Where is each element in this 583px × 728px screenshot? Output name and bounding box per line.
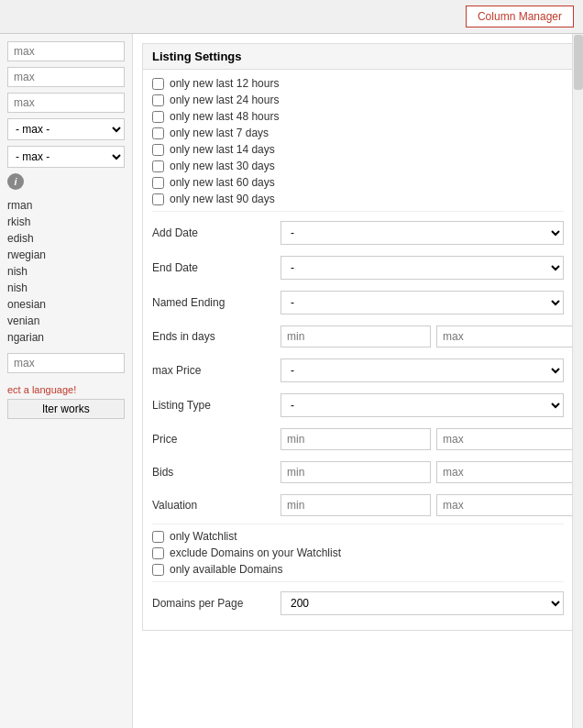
divider-3 — [152, 581, 564, 582]
exclude-watchlist-label[interactable]: exclude Domains on your Watchlist — [170, 546, 341, 559]
only-watchlist-label[interactable]: only Watchlist — [170, 530, 237, 543]
checkbox-row-24h: only new last 24 hours — [152, 94, 564, 106]
ends-in-days-inputs — [280, 325, 583, 347]
divider — [152, 211, 564, 212]
scrollbar-thumb[interactable] — [574, 35, 583, 90]
domains-per-page-row: Domains per Page 200 50 100 500 — [152, 588, 564, 615]
ends-in-days-row: Ends in days — [152, 322, 564, 347]
language-search-input[interactable] — [7, 353, 125, 373]
checkbox-label-12h[interactable]: only new last 12 hours — [170, 77, 279, 90]
add-date-control: - — [280, 221, 564, 245]
max-price-row: max Price - — [152, 355, 564, 382]
price-max-input[interactable] — [436, 428, 583, 450]
ends-in-days-min-input[interactable] — [280, 325, 431, 347]
checkbox-48h[interactable] — [152, 111, 164, 123]
list-item: nish — [7, 263, 125, 280]
max-price-select[interactable]: - — [280, 358, 564, 382]
listing-settings-panel: Listing Settings only new last 12 hours … — [142, 43, 574, 631]
checkbox-label-14d[interactable]: only new last 14 days — [170, 143, 275, 156]
exclude-watchlist-row: exclude Domains on your Watchlist — [152, 546, 564, 559]
price-inputs — [280, 428, 583, 450]
domains-per-page-control: 200 50 100 500 — [280, 591, 564, 615]
checkbox-label-90d[interactable]: only new last 90 days — [170, 193, 275, 205]
sidebar-max-select-2[interactable]: - max - — [7, 146, 125, 168]
only-available-checkbox[interactable] — [152, 564, 164, 576]
language-input-wrap: ect a language! lter works — [7, 353, 125, 419]
ends-in-days-max-input[interactable] — [436, 325, 583, 347]
panel-title: Listing Settings — [143, 44, 573, 70]
checkbox-label-7d[interactable]: only new last 7 days — [170, 127, 269, 139]
valuation-max-input[interactable] — [436, 494, 583, 516]
checkbox-row-7d: only new last 7 days — [152, 127, 564, 139]
sidebar-max-input-1[interactable] — [7, 41, 125, 61]
checkbox-14d[interactable] — [152, 144, 164, 156]
named-ending-control: - — [280, 291, 564, 314]
checkbox-7d[interactable] — [152, 127, 164, 139]
language-note: ect a language! — [7, 384, 125, 395]
sidebar-max-input-3[interactable] — [7, 93, 125, 113]
column-manager-button[interactable]: Column Manager — [466, 6, 574, 28]
checkbox-12h[interactable] — [152, 78, 164, 90]
checkbox-60d[interactable] — [152, 177, 164, 189]
domains-per-page-label: Domains per Page — [152, 597, 280, 610]
end-date-control: - — [280, 256, 564, 280]
bids-row: Bids — [152, 458, 564, 483]
list-item: rkish — [7, 214, 125, 230]
checkbox-90d[interactable] — [152, 193, 164, 205]
named-ending-row: Named Ending - — [152, 287, 564, 314]
valuation-label: Valuation — [152, 499, 280, 512]
checkbox-24h[interactable] — [152, 94, 164, 106]
only-watchlist-checkbox[interactable] — [152, 531, 164, 543]
sidebar: - max - - max - i rman rkish edish rwegi… — [0, 34, 133, 728]
add-date-select[interactable]: - — [280, 221, 564, 245]
only-available-label[interactable]: only available Domains — [170, 563, 282, 576]
list-item: onesian — [7, 296, 125, 313]
panel-body: only new last 12 hours only new last 24 … — [143, 70, 573, 630]
price-min-input[interactable] — [280, 428, 431, 450]
listing-type-control: - — [280, 393, 564, 417]
bids-min-input[interactable] — [280, 461, 431, 483]
exclude-watchlist-checkbox[interactable] — [152, 547, 164, 559]
end-date-label: End Date — [152, 261, 280, 274]
list-item: rwegian — [7, 247, 125, 263]
sidebar-max-select-1[interactable]: - max - — [7, 118, 125, 140]
listing-type-label: Listing Type — [152, 399, 280, 412]
only-available-row: only available Domains — [152, 563, 564, 576]
checkbox-label-48h[interactable]: only new last 48 hours — [170, 110, 279, 123]
checkbox-label-24h[interactable]: only new last 24 hours — [170, 94, 279, 106]
checkbox-row-48h: only new last 48 hours — [152, 110, 564, 123]
sidebar-max-input-2[interactable] — [7, 67, 125, 87]
end-date-row: End Date - — [152, 252, 564, 280]
valuation-inputs — [280, 494, 583, 516]
list-item: venian — [7, 313, 125, 329]
checkbox-row-12h: only new last 12 hours — [152, 77, 564, 90]
domains-per-page-select[interactable]: 200 50 100 500 — [280, 591, 564, 615]
listing-type-row: Listing Type - — [152, 390, 564, 417]
list-item: nish — [7, 280, 125, 296]
bids-label: Bids — [152, 466, 280, 479]
max-price-control: - — [280, 358, 564, 382]
list-item: ngarian — [7, 329, 125, 346]
bids-max-input[interactable] — [436, 461, 583, 483]
only-watchlist-row: only Watchlist — [152, 530, 564, 543]
listing-type-select[interactable]: - — [280, 393, 564, 417]
checkbox-30d[interactable] — [152, 160, 164, 172]
checkbox-row-30d: only new last 30 days — [152, 160, 564, 172]
named-ending-select[interactable]: - — [280, 291, 564, 314]
list-item: rman — [7, 197, 125, 214]
scrollbar-track[interactable] — [572, 34, 583, 728]
checkbox-label-30d[interactable]: only new last 30 days — [170, 160, 275, 172]
price-label: Price — [152, 433, 280, 446]
checkbox-row-60d: only new last 60 days — [152, 176, 564, 189]
bids-inputs — [280, 461, 583, 483]
checkbox-label-60d[interactable]: only new last 60 days — [170, 176, 275, 189]
checkbox-row-14d: only new last 14 days — [152, 143, 564, 156]
end-date-select[interactable]: - — [280, 256, 564, 280]
max-price-label: max Price — [152, 364, 280, 377]
info-icon[interactable]: i — [7, 173, 24, 190]
divider-2 — [152, 524, 564, 524]
filter-apply-button[interactable]: lter works — [7, 399, 125, 419]
add-date-label: Add Date — [152, 226, 280, 239]
valuation-min-input[interactable] — [280, 494, 431, 516]
price-row: Price — [152, 425, 564, 450]
